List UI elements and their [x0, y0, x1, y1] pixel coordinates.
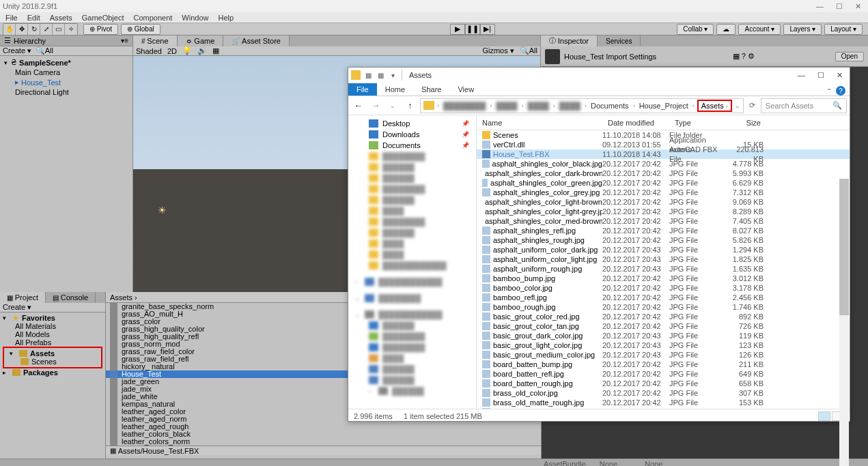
- file-row[interactable]: basic_grout_color_red.jpg20.12.2017 20:4…: [477, 312, 850, 321]
- address-bar[interactable]: › ████████› ████› ████› ████› Documents›…: [420, 98, 744, 113]
- ribbon-home[interactable]: Home: [377, 83, 413, 96]
- file-row[interactable]: board_batten_refl.jpg20.12.2017 20:42JPG…: [477, 369, 850, 379]
- play-button[interactable]: ▶: [450, 24, 465, 35]
- scenes-folder[interactable]: Scenes: [4, 358, 101, 366]
- file-row[interactable]: Scenes11.10.2018 14:08File folder: [477, 130, 850, 140]
- file-row[interactable]: board_batten_rough.jpg20.12.2017 20:42JP…: [477, 379, 850, 388]
- col-date[interactable]: Date modified: [602, 119, 669, 127]
- file-row[interactable]: House_Test.FBX11.10.2018 14:43AutoCAD FB…: [477, 149, 850, 159]
- file-row[interactable]: asphalt_shingles_color_green.jpg20.12.20…: [477, 178, 850, 188]
- minimize-button[interactable]: —: [816, 2, 824, 11]
- file-row[interactable]: asphalt_shingles_color_light-brown.jpg20…: [477, 197, 850, 207]
- file-row[interactable]: asphalt_uniform_color_dark.jpg20.12.2017…: [477, 245, 850, 254]
- hierarchy-item-house[interactable]: ▸ House_Test: [0, 77, 132, 87]
- cloud-button[interactable]: ☁: [716, 24, 736, 35]
- step-button[interactable]: ▶|: [480, 24, 495, 35]
- assetbundle-variant[interactable]: None: [631, 460, 676, 467]
- nav-documents[interactable]: Documents📌: [348, 140, 476, 151]
- move-tool[interactable]: ✥: [16, 24, 28, 35]
- file-row[interactable]: asphalt_shingles_color_med-brown.jpg20.1…: [477, 216, 850, 226]
- file-row[interactable]: bamboo_refl.jpg20.12.2017 20:42JPG File2…: [477, 293, 850, 302]
- hierarchy-item-light[interactable]: Directional Light: [0, 87, 132, 97]
- view-details-icon[interactable]: [818, 411, 830, 421]
- hierarchy-search[interactable]: 🔍All: [36, 46, 53, 55]
- file-row[interactable]: brass_old_rough.jpg20.12.2017 20:42JPG F…: [477, 407, 850, 409]
- tab-inspector[interactable]: ⓘ Inspector: [541, 35, 598, 46]
- file-row[interactable]: asphalt_shingles_color_black.jpg20.12.20…: [477, 159, 850, 169]
- file-row[interactable]: asphalt_shingles_rough.jpg20.12.2017 20:…: [477, 235, 850, 245]
- file-row[interactable]: basic_grout_color_tan.jpg20.12.2017 20:4…: [477, 321, 850, 331]
- refresh-button[interactable]: ⟳: [746, 101, 758, 110]
- tab-console[interactable]: ▤ Console: [46, 292, 96, 303]
- file-row[interactable]: asphalt_shingles_color_light-grey.jpg20.…: [477, 207, 850, 216]
- ribbon-collapse-icon[interactable]: ⌃: [826, 87, 832, 95]
- qat-props-icon[interactable]: ▦: [363, 70, 373, 80]
- file-row[interactable]: verCtrl.dll09.12.2013 01:55Application e…: [477, 140, 850, 149]
- hierarchy-create[interactable]: Create ▾: [3, 46, 31, 55]
- crumb-blurred-1[interactable]: ████████: [442, 102, 487, 110]
- project-create[interactable]: Create ▾: [3, 303, 31, 312]
- explorer-search-input[interactable]: Search Assets🔍: [761, 98, 847, 113]
- nav-back[interactable]: ←: [351, 98, 365, 113]
- file-list-headers[interactable]: Name Date modified Type Size: [477, 115, 850, 130]
- file-row[interactable]: asphalt_shingles_color_grey.jpg20.12.201…: [477, 188, 850, 197]
- fav-all-materials[interactable]: All Materials: [0, 322, 105, 330]
- fav-all-prefabs[interactable]: All Prefabs: [0, 338, 105, 347]
- transform-tool[interactable]: ✧: [65, 24, 77, 35]
- nav-downloads[interactable]: Downloads📌: [348, 129, 476, 140]
- scale-tool[interactable]: ⤢: [40, 24, 53, 35]
- col-type[interactable]: Type: [669, 119, 725, 127]
- mode-2d[interactable]: 2D: [167, 47, 177, 55]
- layers-dropdown[interactable]: Layers ▾: [783, 24, 822, 35]
- crumb-blurred-2[interactable]: ████: [494, 102, 518, 110]
- tab-game[interactable]: ⭘ Game: [178, 35, 224, 46]
- crumb-blurred-4[interactable]: ████: [558, 102, 582, 110]
- nav-history-chevron-icon[interactable]: ⌄: [386, 98, 400, 113]
- shading-dropdown[interactable]: Shaded: [136, 47, 162, 55]
- file-row[interactable]: brass_old_matte_rough.jpg20.12.2017 20:4…: [477, 398, 850, 407]
- col-name[interactable]: Name: [477, 119, 602, 127]
- qat-new-icon[interactable]: ▦: [376, 70, 385, 80]
- hierarchy-item-camera[interactable]: Main Camera: [0, 68, 132, 77]
- menu-gameobject[interactable]: GameObject: [82, 14, 124, 22]
- rotate-tool[interactable]: ↻: [28, 24, 40, 35]
- menu-assets[interactable]: Assets: [50, 14, 72, 22]
- file-row[interactable]: bamboo_bump.jpg20.12.2017 20:42JPG File3…: [477, 274, 850, 283]
- pause-button[interactable]: ❚❚: [465, 24, 480, 35]
- layout-dropdown[interactable]: Layout ▾: [824, 24, 863, 35]
- file-row[interactable]: bamboo_color.jpg20.12.2017 20:42JPG File…: [477, 283, 850, 293]
- tab-scene[interactable]: # Scene: [133, 35, 178, 46]
- assetbundle-value[interactable]: None: [586, 460, 631, 467]
- tab-services[interactable]: Services: [598, 35, 641, 46]
- ribbon-view[interactable]: View: [449, 83, 482, 96]
- pivot-toggle[interactable]: ⊕ Pivot: [83, 24, 118, 35]
- help-icon[interactable]: ?: [836, 86, 845, 96]
- packages-folder[interactable]: ▸Packages: [0, 368, 105, 377]
- menu-file[interactable]: File: [5, 14, 18, 22]
- scene-root[interactable]: ▾₴ SampleScene*: [0, 57, 132, 68]
- global-toggle[interactable]: ⊕ Global: [121, 24, 160, 35]
- scene-search[interactable]: 🔍All: [520, 46, 537, 55]
- gizmos-dropdown[interactable]: Gizmos ▾: [482, 46, 514, 55]
- scene-light-icon[interactable]: 💡: [182, 46, 192, 55]
- fav-all-models[interactable]: All Models: [0, 330, 105, 338]
- favorites-folder[interactable]: ▾★Favorites: [0, 314, 105, 322]
- ribbon-share[interactable]: Share: [413, 83, 449, 96]
- crumb-assets-highlighted[interactable]: Assets ›: [697, 100, 732, 112]
- assets-folder[interactable]: ▾Assets: [4, 349, 101, 358]
- menu-help[interactable]: Help: [218, 14, 234, 22]
- nav-desktop[interactable]: Desktop📌: [348, 118, 476, 129]
- qat-chevron-icon[interactable]: ▾: [388, 70, 397, 80]
- explorer-minimize[interactable]: —: [798, 71, 805, 80]
- tab-project[interactable]: ▦ Project: [0, 292, 46, 303]
- inspector-tools-icon[interactable]: ▦ ? ⚙: [733, 52, 755, 61]
- scene-fx-icon[interactable]: ▦: [212, 46, 219, 55]
- crumb-blurred-3[interactable]: ████: [527, 102, 550, 110]
- nav-forward[interactable]: →: [368, 98, 382, 113]
- menu-window[interactable]: Window: [182, 14, 208, 22]
- nav-up[interactable]: ↑: [403, 98, 417, 113]
- file-row[interactable]: asphalt_shingles_refl.jpg20.12.2017 20:4…: [477, 226, 850, 235]
- explorer-close[interactable]: ✕: [837, 71, 843, 80]
- asset-row[interactable]: leather_colors_norm: [106, 438, 541, 446]
- collab-dropdown[interactable]: Collab ▾: [677, 24, 714, 35]
